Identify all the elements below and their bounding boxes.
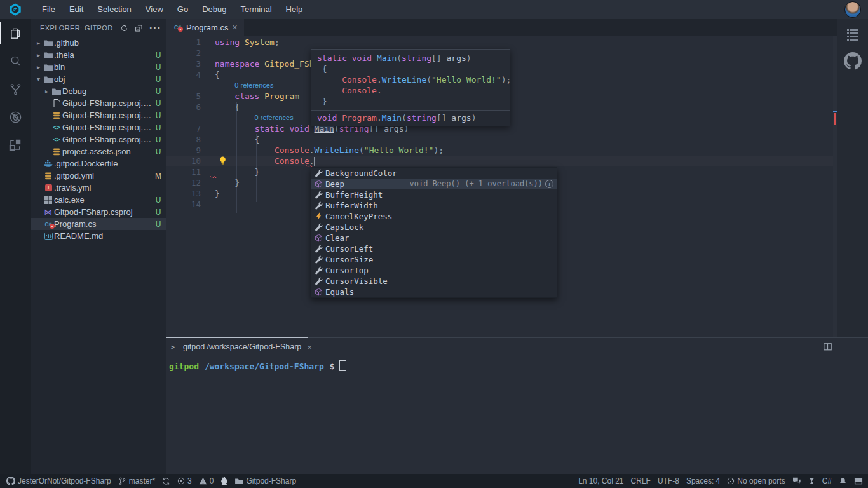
- status-cursor-position[interactable]: Ln 10, Col 21: [578, 477, 623, 485]
- file-row[interactable]: ⋈Gitpod-FSharp.csprojU: [31, 206, 166, 218]
- file-row[interactable]: <>Gitpod-FSharp.csproj.nuget…U: [31, 133, 166, 146]
- file-row[interactable]: ▸.github: [31, 37, 166, 49]
- search-icon[interactable]: [0, 47, 31, 75]
- split-terminal-icon[interactable]: [823, 342, 832, 354]
- terminal-tab-title: gitpod /workspace/Gitpod-FSharp: [183, 342, 301, 351]
- debug-icon[interactable]: [0, 103, 31, 131]
- menu-file[interactable]: File: [35, 0, 62, 19]
- status-indentation[interactable]: Spaces: 4: [686, 477, 720, 485]
- status-label: 0: [210, 477, 214, 485]
- file-row[interactable]: .gitpod.Dockerfile: [31, 158, 166, 170]
- file-row[interactable]: ▸.theiaU: [31, 49, 166, 61]
- symbol-property-icon: [314, 169, 323, 178]
- menu-edit[interactable]: Edit: [62, 0, 90, 19]
- collapse-all-icon[interactable]: [135, 24, 143, 32]
- codelens-references[interactable]: 0 references: [234, 80, 273, 91]
- status-eol[interactable]: CRLF: [631, 477, 651, 485]
- file-name: .theia: [54, 50, 153, 60]
- suggestion-item[interactable]: BackgroundColor: [311, 168, 557, 179]
- code-line: 10 Console.: [166, 156, 833, 166]
- file-row[interactable]: C#×Program.csU: [31, 218, 166, 230]
- file-row[interactable]: ▸binU: [31, 61, 166, 73]
- file-row[interactable]: ▾objU: [31, 73, 166, 85]
- status-errors[interactable]: 3: [177, 477, 192, 485]
- status-ports[interactable]: No open ports: [727, 477, 785, 485]
- status-toggle-panel[interactable]: [854, 477, 863, 485]
- status-branch[interactable]: master*: [118, 477, 155, 485]
- status-repo[interactable]: JesterOrNot/Gitpod-FSharp: [6, 477, 111, 485]
- terminal-tab[interactable]: >_ gitpod /workspace/Gitpod-FSharp ×: [166, 338, 868, 356]
- symbol-property-icon: [314, 223, 323, 232]
- file-name: project.assets.json: [62, 147, 153, 156]
- status-warnings[interactable]: 0: [199, 477, 214, 485]
- info-icon[interactable]: i: [545, 180, 553, 188]
- menu-help[interactable]: Help: [279, 0, 310, 19]
- csproj-icon: ⋈: [43, 207, 54, 217]
- file-name: Gitpod-FSharp.csproj.nuget…: [62, 98, 153, 108]
- explorer-sidebar: EXPLORER: GITPOD-FS... ··· ▸.github▸.the…: [31, 19, 166, 474]
- menu-view[interactable]: View: [139, 0, 170, 19]
- suggestion-item[interactable]: Equals: [311, 287, 557, 297]
- file-row[interactable]: <>Gitpod-FSharp.csproj.nuget…U: [31, 121, 166, 133]
- status-tasks[interactable]: [808, 477, 815, 485]
- suggestion-item[interactable]: CursorLeft: [311, 243, 557, 254]
- refresh-icon[interactable]: [120, 24, 128, 32]
- json-icon: [51, 112, 62, 119]
- warning-icon: [199, 477, 207, 485]
- xml-icon: <>: [51, 124, 62, 131]
- status-sync[interactable]: [162, 477, 170, 485]
- suggestion-item[interactable]: BufferHeight: [311, 189, 557, 200]
- code-line: 8 {: [166, 134, 833, 145]
- file-row[interactable]: ▸DebugU: [31, 85, 166, 97]
- terminal-close-icon[interactable]: ×: [307, 342, 312, 352]
- gitpod-logo-icon[interactable]: [8, 3, 22, 17]
- suggestion-item[interactable]: CursorSize: [311, 254, 557, 265]
- codelens-references[interactable]: 0 references: [255, 112, 294, 123]
- symbol-property-icon: [314, 191, 323, 200]
- ruler-error-mark: [834, 113, 836, 125]
- menu-selection[interactable]: Selection: [90, 0, 138, 19]
- menu-bar: FileEditSelectionViewGoDebugTerminalHelp: [0, 0, 868, 19]
- tab-close-icon[interactable]: ×: [232, 22, 237, 32]
- suggestion-item[interactable]: CancelKeyPress: [311, 211, 557, 222]
- status-feedback[interactable]: [792, 477, 801, 485]
- lightbulb-icon[interactable]: [219, 156, 227, 165]
- suggestion-item[interactable]: CapsLock: [311, 222, 557, 233]
- terminal-prompt[interactable]: gitpod/workspace/Gitpod-FSharp$: [169, 360, 868, 372]
- csharp-file-icon: C#×: [173, 24, 182, 30]
- file-row[interactable]: calc.exeU: [31, 194, 166, 206]
- file-row[interactable]: T.travis.yml: [31, 182, 166, 194]
- tab-label: Program.cs: [186, 23, 228, 32]
- file-row[interactable]: README.md: [31, 230, 166, 242]
- source-control-icon[interactable]: [0, 75, 31, 103]
- suggestion-item[interactable]: CursorVisible: [311, 276, 557, 287]
- explorer-icon[interactable]: [0, 19, 31, 47]
- menu-terminal[interactable]: Terminal: [233, 0, 278, 19]
- code-text: {: [215, 102, 240, 112]
- status-workspace-folder[interactable]: Gitpod-FSharp: [235, 477, 296, 485]
- menu-debug[interactable]: Debug: [195, 0, 233, 19]
- tab-program-cs[interactable]: C#× Program.cs ×: [166, 19, 244, 36]
- file-row[interactable]: .gitpod.ymlM: [31, 170, 166, 182]
- status-flame[interactable]: [220, 477, 228, 485]
- prompt-path: /workspace/Gitpod-FSharp: [205, 362, 324, 371]
- menu-go[interactable]: Go: [170, 0, 195, 19]
- plugins-icon[interactable]: [0, 131, 31, 159]
- suggestion-label: CursorTop: [325, 265, 369, 276]
- outline-list-icon[interactable]: [846, 28, 860, 43]
- folder-icon: [43, 39, 54, 47]
- suggestion-item[interactable]: BufferWidth: [311, 200, 557, 211]
- suggestion-item[interactable]: Clear: [311, 233, 557, 243]
- status-encoding[interactable]: UTF-8: [658, 477, 679, 485]
- user-avatar[interactable]: [844, 1, 861, 18]
- more-actions-icon[interactable]: ···: [149, 22, 161, 34]
- status-language-mode[interactable]: C#: [822, 477, 832, 485]
- github-icon[interactable]: [844, 52, 862, 72]
- file-row[interactable]: project.assets.jsonU: [31, 146, 166, 158]
- suggestion-item[interactable]: CursorTop: [311, 265, 557, 276]
- file-row[interactable]: Gitpod-FSharp.csproj.nuget…U: [31, 97, 166, 109]
- suggestion-item[interactable]: Beepvoid Beep() (+ 1 overload(s))i: [311, 179, 557, 189]
- status-notifications[interactable]: [839, 477, 847, 485]
- file-row[interactable]: Gitpod-FSharp.csproj.nuget…U: [31, 109, 166, 121]
- code-editor[interactable]: 1using System;23namespace Gitpod_FSharp4…: [166, 36, 837, 337]
